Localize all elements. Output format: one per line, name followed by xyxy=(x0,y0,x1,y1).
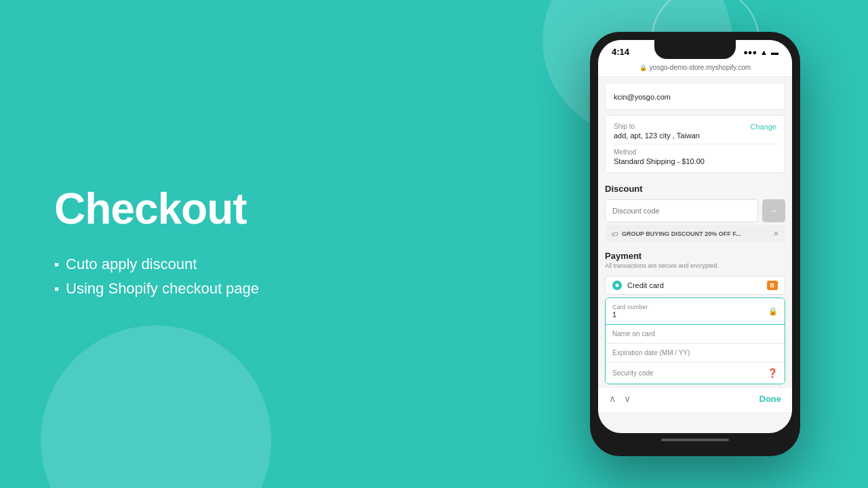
discount-input-row: → xyxy=(605,199,785,222)
card-form: Card number 1 🔒 Name on card Expiration … xyxy=(605,298,785,384)
ship-to-value: add, apt, 123 city , Taiwan xyxy=(614,131,700,140)
phone-home-bar xyxy=(598,433,792,448)
page-title: Checkout xyxy=(54,184,259,234)
visa-badge: B xyxy=(767,281,778,290)
done-button[interactable]: Done xyxy=(760,394,782,404)
name-on-card-field[interactable]: Name on card xyxy=(606,325,785,344)
email-section: kcin@yosgo.com xyxy=(605,83,785,110)
phone-mockup: 4:14 ●●● ▲ ▬ 🔒 yosgo-demo-store.myshopif… xyxy=(590,32,800,456)
discount-badge: 🏷 GROUP BUYING DISCOUNT 20% OFF F... × xyxy=(605,225,785,243)
card-number-label: Card number xyxy=(612,304,648,310)
discount-input[interactable] xyxy=(605,199,758,222)
ship-to-left: Ship to add, apt, 123 city , Taiwan xyxy=(614,123,700,140)
payment-section-title: Payment xyxy=(598,245,792,262)
expiration-label: Expiration date (MM / YY) xyxy=(612,349,690,357)
discount-badge-left: 🏷 GROUP BUYING DISCOUNT 20% OFF F... xyxy=(612,230,741,238)
discount-apply-button[interactable]: → xyxy=(762,199,785,222)
expiration-date-field[interactable]: Expiration date (MM / YY) xyxy=(606,344,785,363)
phone-body: 4:14 ●●● ▲ ▬ 🔒 yosgo-demo-store.myshopif… xyxy=(590,32,800,456)
nav-up-arrow[interactable]: ∧ xyxy=(609,393,616,404)
email-value: kcin@yosgo.com xyxy=(614,93,671,101)
card-number-field[interactable]: Card number 1 🔒 xyxy=(606,298,785,325)
close-badge-button[interactable]: × xyxy=(774,229,778,239)
method-value: Standard Shipping - $10.00 xyxy=(614,157,776,165)
feature-list: Cuto apply discount Using Shopify checko… xyxy=(54,256,259,298)
shipping-section: Ship to add, apt, 123 city , Taiwan Chan… xyxy=(605,115,785,173)
security-help-icon[interactable]: ❓ xyxy=(767,368,778,378)
phone-notch xyxy=(654,40,736,59)
feature-item-2: Using Shopify checkout page xyxy=(54,280,259,298)
payment-method-left: Credit card xyxy=(612,281,664,290)
url-text: yosgo-demo-store.myshopify.com xyxy=(650,64,751,71)
bg-circle-bottom-left xyxy=(41,325,271,488)
card-number-value: 1 xyxy=(612,310,648,319)
wifi-icon: ▲ xyxy=(760,48,768,56)
nav-arrows: ∧ ∨ xyxy=(609,393,631,404)
name-on-card-label: Name on card xyxy=(612,330,655,338)
status-icons: ●●● ▲ ▬ xyxy=(743,48,778,56)
home-bar-indicator xyxy=(661,439,729,441)
phone-bottom-bar: ∧ ∨ Done xyxy=(598,387,792,412)
discount-badge-text: GROUP BUYING DISCOUNT 20% OFF F... xyxy=(622,230,741,237)
method-row: Method Standard Shipping - $10.00 xyxy=(614,144,776,165)
url-bar: 🔒 yosgo-demo-store.myshopify.com xyxy=(598,61,792,77)
ship-to-label: Ship to xyxy=(614,123,700,130)
status-time: 4:14 xyxy=(612,47,629,57)
card-number-label-container: Card number 1 xyxy=(612,304,648,319)
signal-icon: ●●● xyxy=(743,48,757,56)
feature-item-1: Cuto apply discount xyxy=(54,256,259,273)
change-link[interactable]: Change xyxy=(750,123,776,131)
lock-icon: 🔒 xyxy=(639,64,647,71)
discount-section-title: Discount xyxy=(598,178,792,197)
phone-screen: 4:14 ●●● ▲ ▬ 🔒 yosgo-demo-store.myshopif… xyxy=(598,40,792,433)
card-number-lock-icon: 🔒 xyxy=(768,307,778,316)
credit-card-label: Credit card xyxy=(627,281,664,289)
credit-card-radio[interactable] xyxy=(612,281,622,290)
security-code-label: Security code xyxy=(612,369,654,377)
left-content: Checkout Cuto apply discount Using Shopi… xyxy=(54,184,259,304)
battery-icon: ▬ xyxy=(771,48,778,56)
payment-subtitle: All transactions are secure and encrypte… xyxy=(598,262,792,273)
payment-method-row: Credit card B xyxy=(605,276,785,295)
ship-to-row: Ship to add, apt, 123 city , Taiwan Chan… xyxy=(614,123,776,140)
tag-icon: 🏷 xyxy=(612,230,618,238)
nav-down-arrow[interactable]: ∨ xyxy=(624,393,631,404)
security-code-field[interactable]: Security code ❓ xyxy=(606,363,785,384)
method-label: Method xyxy=(614,148,776,156)
